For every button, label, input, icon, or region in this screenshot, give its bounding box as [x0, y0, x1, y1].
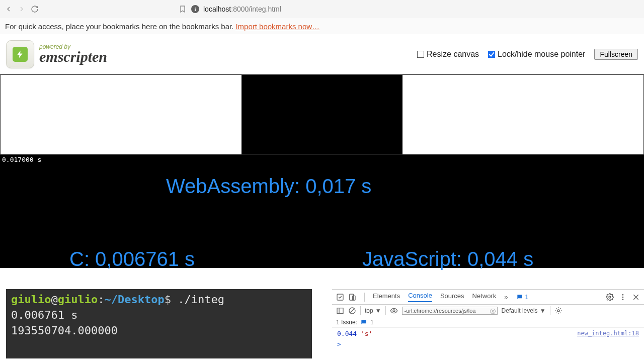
log-levels-select[interactable]: Default levels▼ [502, 307, 546, 314]
term-user: giulio [11, 293, 51, 306]
bolt-icon [13, 47, 28, 62]
logo-brand: emscripten [39, 48, 107, 65]
checkbox-icon [417, 51, 424, 58]
term-command: ./integ [178, 293, 224, 306]
svg-rect-9 [337, 308, 343, 314]
tab-sources[interactable]: Sources [440, 292, 464, 302]
close-devtools-icon[interactable] [632, 293, 640, 301]
svg-point-6 [622, 299, 624, 300]
checkbox-checked-icon [488, 51, 495, 58]
overlay-c-label: C: 0,006761 s [69, 248, 195, 270]
kebab-menu-icon[interactable] [619, 293, 627, 301]
site-info-icon[interactable]: i [191, 5, 199, 13]
fullscreen-button[interactable]: Fullscreen [594, 49, 638, 60]
lock-mouse-checkbox[interactable]: Lock/hide mouse pointer [488, 50, 585, 59]
tab-elements[interactable]: Elements [373, 292, 400, 302]
bookmarks-tip-text: For quick access, place your bookmarks h… [5, 22, 233, 31]
clear-console-icon[interactable] [348, 307, 356, 315]
issues-bar[interactable]: 1 Issue: 1 [332, 317, 644, 328]
console-filter-input[interactable]: -url:chrome://resources/js/loaⓧ [402, 307, 498, 315]
svg-point-13 [393, 310, 395, 312]
url-host: localhost [203, 5, 231, 13]
lock-mouse-label: Lock/hide mouse pointer [498, 50, 585, 59]
tab-network[interactable]: Network [472, 292, 497, 302]
console-source-link[interactable]: new_integ.html:18 [577, 330, 639, 337]
logo-tile-icon [6, 40, 34, 68]
console-value-number: 0.044 [337, 330, 357, 337]
nav-back-icon[interactable] [4, 5, 13, 14]
url-path: :8000/integ.html [231, 5, 281, 13]
devtools-panel: Elements Console Sources Network » 1 [332, 289, 644, 362]
resize-canvas-label: Resize canvas [427, 50, 479, 59]
term-path: ~/Desktop [104, 293, 164, 306]
import-bookmarks-link[interactable]: Import bookmarks now… [235, 22, 319, 31]
device-toggle-icon[interactable] [348, 293, 356, 301]
overlay-wasm-label: WebAssembly: 0,017 s [166, 175, 371, 198]
console-settings-icon[interactable] [554, 307, 562, 315]
term-output-1: 0.006761 s [11, 308, 307, 323]
console-value-string: 's' [361, 330, 372, 337]
svg-point-4 [622, 294, 624, 296]
tabs-overflow-icon[interactable]: » [504, 293, 508, 301]
console-sidebar-icon[interactable] [336, 307, 344, 315]
svg-point-5 [622, 296, 624, 298]
bookmark-icon[interactable] [178, 5, 187, 14]
term-output-2: 193550704.000000 [11, 323, 307, 339]
svg-point-3 [609, 296, 611, 298]
console-log-row: 0.044 's' new_integ.html:18 [332, 328, 644, 339]
nav-forward-icon[interactable] [17, 5, 26, 14]
svg-rect-0 [337, 294, 343, 300]
emscripten-logo: powered by emscripten [6, 40, 107, 68]
svg-line-12 [350, 309, 354, 313]
filter-clear-icon[interactable]: ⓧ [490, 308, 496, 315]
app-canvas[interactable] [242, 75, 403, 154]
svg-rect-2 [353, 296, 355, 300]
live-expression-icon[interactable] [390, 307, 398, 315]
svg-point-14 [557, 310, 559, 312]
console-line: 0.017000 s [2, 156, 642, 163]
bookmarks-tip-bar: For quick access, place your bookmarks h… [0, 18, 644, 34]
output-console: 0.017000 s WebAssembly: 0,017 s C: 0,006… [0, 155, 644, 268]
settings-icon[interactable] [606, 293, 614, 301]
resize-canvas-checkbox[interactable]: Resize canvas [417, 50, 479, 59]
address-bar[interactable]: localhost:8000/integ.html [203, 5, 281, 13]
inspect-icon[interactable] [336, 293, 344, 301]
canvas-container [0, 74, 644, 155]
terminal-window: giulio@giulio:~/Desktop$ ./integ 0.00676… [6, 289, 312, 358]
tab-console[interactable]: Console [408, 292, 432, 302]
overlay-js-label: JavaScript: 0,044 s [362, 248, 533, 270]
context-select[interactable]: top▼ [365, 307, 381, 314]
messages-badge[interactable]: 1 [516, 294, 529, 301]
console-prompt[interactable]: > [332, 339, 644, 349]
term-host: giulio [58, 293, 98, 306]
reload-icon[interactable] [30, 5, 39, 14]
svg-rect-1 [350, 294, 354, 300]
